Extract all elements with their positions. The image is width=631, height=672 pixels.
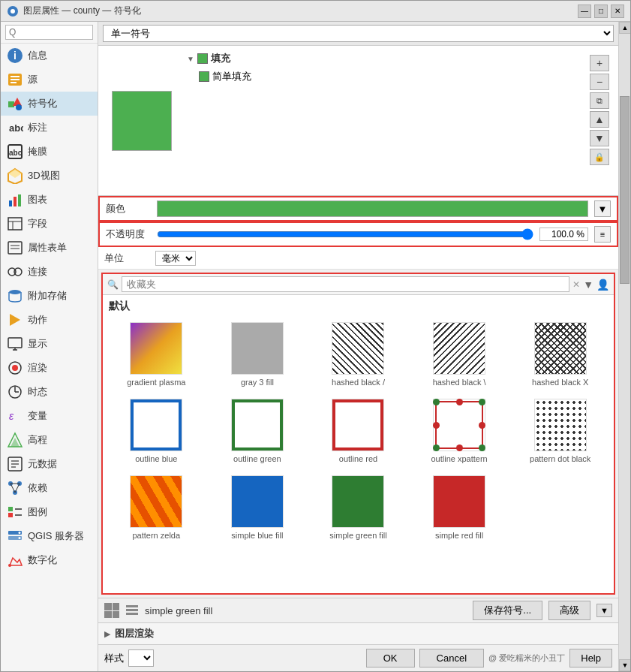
unit-select[interactable]: 毫米 xyxy=(155,251,196,266)
save-symbol-button[interactable]: 保存符号... xyxy=(473,601,542,620)
sidebar-search-input[interactable] xyxy=(5,25,93,40)
main-window: 图层属性 — county — 符号化 — □ ✕ i 信息 xyxy=(0,0,631,672)
symbol-name-gradient-plasma: gradient plasma xyxy=(127,378,185,387)
sidebar-item-3d[interactable]: 3D视图 xyxy=(1,164,98,188)
sidebar-label-info: 信息 xyxy=(28,49,47,62)
scroll-down-button[interactable]: ▼ xyxy=(619,659,630,671)
sidebar-item-dependency[interactable]: 依赖 xyxy=(1,476,98,500)
svg-marker-15 xyxy=(8,169,22,178)
sidebar-item-server[interactable]: QGIS 服务器 xyxy=(1,524,98,548)
titlebar-left: 图层属性 — county — 符号化 xyxy=(7,5,141,17)
3d-icon xyxy=(7,167,23,184)
sidebar-item-display[interactable]: 显示 xyxy=(1,332,98,356)
svg-rect-29 xyxy=(8,338,22,348)
opacity-slider[interactable] xyxy=(157,228,533,240)
sidebar-label-symbolize: 符号化 xyxy=(28,97,57,110)
sidebar-item-source[interactable]: 源 xyxy=(1,68,98,92)
symbol-thumb-hashed-x xyxy=(534,322,587,375)
opacity-override-button[interactable]: ≡ xyxy=(594,226,611,243)
lock-button[interactable]: 🔒 xyxy=(590,149,609,165)
scroll-thumb[interactable] xyxy=(620,96,629,284)
sidebar-item-action[interactable]: 动作 xyxy=(1,308,98,332)
sidebar-item-legend[interactable]: 图例 xyxy=(1,500,98,524)
current-symbol-name: simple green fill xyxy=(145,605,467,616)
svg-point-10 xyxy=(16,104,22,110)
svg-point-57 xyxy=(19,537,21,539)
fill-tree-header: ▼ 填充 xyxy=(187,52,582,65)
duplicate-layer-button[interactable]: ⧉ xyxy=(590,92,609,109)
cancel-button[interactable]: Cancel xyxy=(419,649,484,667)
symbol-item-hashed-x[interactable]: hashed black X xyxy=(512,319,608,390)
field-icon xyxy=(7,215,23,232)
sidebar-item-storage[interactable]: 附加存储 xyxy=(1,284,98,308)
elevation-icon xyxy=(7,432,23,448)
collection-clear-button[interactable]: ✕ xyxy=(572,279,580,290)
symbol-item-gradient-plasma[interactable]: gradient plasma xyxy=(109,319,204,390)
tree-expand-icon[interactable]: ▼ xyxy=(187,55,194,63)
temporal-icon xyxy=(7,384,23,400)
sidebar-item-digitize[interactable]: 数字化 xyxy=(1,548,98,572)
add-layer-button[interactable]: + xyxy=(590,55,609,71)
ok-button[interactable]: OK xyxy=(366,649,415,667)
simple-fill-item[interactable]: 简单填充 xyxy=(187,68,582,85)
sidebar-item-chart[interactable]: 图表 xyxy=(1,188,98,212)
symbol-item-blue[interactable]: simple blue fill xyxy=(210,472,305,543)
maximize-button[interactable]: □ xyxy=(594,5,608,18)
svg-rect-8 xyxy=(8,101,14,107)
sidebar-item-info[interactable]: i 信息 xyxy=(1,44,98,68)
opacity-value[interactable]: 100.0 % xyxy=(539,228,588,241)
symbol-item-hashed-bwd[interactable]: hashed black \ xyxy=(412,319,507,390)
symbol-item-outline-xpattern[interactable]: outline xpattern xyxy=(412,396,507,466)
sidebar-item-join[interactable]: 连接 xyxy=(1,260,98,284)
collection-user-button[interactable]: 👤 xyxy=(596,279,609,291)
symbol-item-pattern-zelda[interactable]: pattern zelda xyxy=(109,472,204,543)
scroll-up-button[interactable]: ▲ xyxy=(619,22,630,34)
advanced-button[interactable]: 高级 xyxy=(548,601,590,620)
symbol-item-red[interactable]: simple red fill xyxy=(412,472,507,543)
close-button[interactable]: ✕ xyxy=(611,5,624,18)
symbol-item-pattern-dot[interactable]: pattern dot black xyxy=(512,396,608,466)
symbol-item-outline-blue[interactable]: outline blue xyxy=(109,396,204,466)
svg-rect-50 xyxy=(8,507,13,511)
sidebar-item-field[interactable]: 字段 xyxy=(1,212,98,236)
move-up-button[interactable]: ▲ xyxy=(590,111,609,128)
color-bar[interactable] xyxy=(157,200,588,217)
sidebar-item-symbolize[interactable]: 符号化 xyxy=(1,92,98,116)
sidebar-item-mask[interactable]: abc 掩膜 xyxy=(1,140,98,164)
svg-point-1 xyxy=(11,9,15,14)
move-down-button[interactable]: ▼ xyxy=(590,130,609,146)
sidebar-item-label[interactable]: abc 标注 xyxy=(1,116,98,140)
sidebar-item-temporal[interactable]: 时态 xyxy=(1,380,98,404)
symbols-grid: gradient plasma gray 3 fill xyxy=(109,319,608,543)
collection-menu-button[interactable]: ▼ xyxy=(583,279,593,291)
symbol-thumb-blue xyxy=(231,475,284,528)
symbol-item-gray[interactable]: gray 3 fill xyxy=(210,319,305,390)
layer-render-expand[interactable]: ▶ xyxy=(104,629,110,639)
sidebar-label-metadata: 元数据 xyxy=(28,457,57,471)
sidebar-item-form[interactable]: 属性表单 xyxy=(1,236,98,260)
collection-search-input[interactable] xyxy=(122,276,569,292)
symbol-name-green: simple green fill xyxy=(329,531,386,540)
color-dropdown-button[interactable]: ▼ xyxy=(594,200,611,217)
symbol-item-green[interactable]: simple green fill xyxy=(311,472,406,543)
symbol-item-hashed-fwd[interactable]: hashed black / xyxy=(311,319,406,390)
sidebar-item-elevation[interactable]: 高程 xyxy=(1,428,98,452)
symbol-name-outline-blue: outline blue xyxy=(135,454,177,463)
svg-point-58 xyxy=(8,564,11,567)
sidebar-item-variable[interactable]: ε 变量 xyxy=(1,404,98,428)
symbol-item-outline-green[interactable]: outline green xyxy=(210,396,305,466)
symbol-type-select[interactable]: 单一符号 xyxy=(103,25,614,42)
svg-rect-5 xyxy=(11,76,20,77)
tree-action-buttons: + − ⧉ ▲ ▼ 🔒 xyxy=(590,52,612,189)
minimize-button[interactable]: — xyxy=(578,5,591,18)
symbol-item-outline-red[interactable]: outline red xyxy=(311,396,406,466)
advanced-dropdown-arrow[interactable]: ▼ xyxy=(596,604,612,617)
svg-rect-17 xyxy=(14,197,17,206)
help-button[interactable]: Help xyxy=(569,649,612,667)
style-select[interactable] xyxy=(128,649,154,667)
symbolize-icon xyxy=(7,95,23,112)
symbol-tree-container: ▼ 填充 简单填充 xyxy=(187,52,582,189)
sidebar-item-render[interactable]: 渲染 xyxy=(1,356,98,380)
sidebar-item-metadata[interactable]: 元数据 xyxy=(1,452,98,476)
remove-layer-button[interactable]: − xyxy=(590,74,609,90)
